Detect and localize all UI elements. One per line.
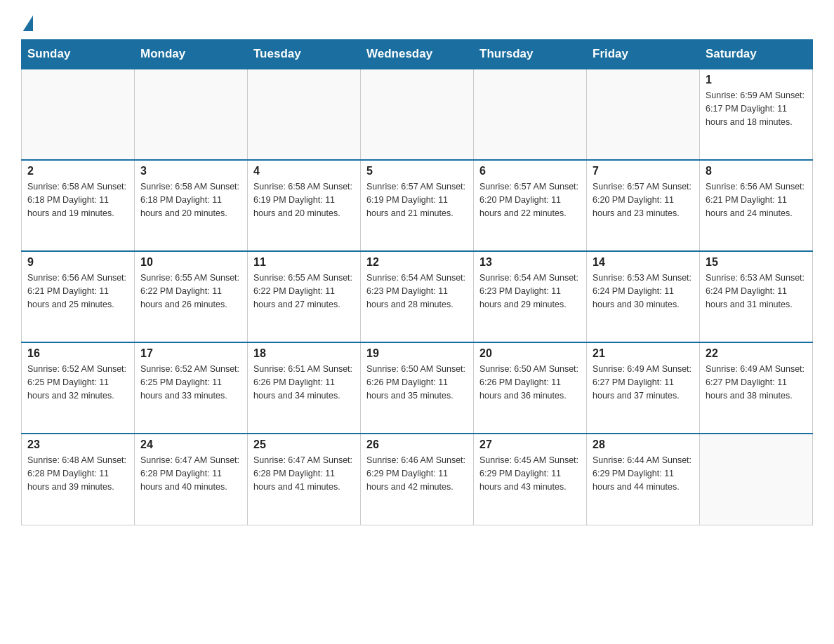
day-number: 20 xyxy=(479,347,581,360)
day-info: Sunrise: 6:47 AM Sunset: 6:28 PM Dayligh… xyxy=(253,454,355,493)
calendar-header-monday: Monday xyxy=(135,40,248,69)
calendar-cell: 2Sunrise: 6:58 AM Sunset: 6:18 PM Daylig… xyxy=(22,160,135,251)
calendar-cell: 6Sunrise: 6:57 AM Sunset: 6:20 PM Daylig… xyxy=(474,160,587,251)
day-number: 22 xyxy=(706,347,807,360)
day-number: 18 xyxy=(253,347,355,360)
calendar-cell: 23Sunrise: 6:48 AM Sunset: 6:28 PM Dayli… xyxy=(22,434,135,525)
calendar-cell: 21Sunrise: 6:49 AM Sunset: 6:27 PM Dayli… xyxy=(587,342,700,434)
day-info: Sunrise: 6:46 AM Sunset: 6:29 PM Dayligh… xyxy=(366,454,468,493)
day-info: Sunrise: 6:54 AM Sunset: 6:23 PM Dayligh… xyxy=(479,271,581,311)
logo xyxy=(21,14,33,28)
day-number: 6 xyxy=(479,165,581,177)
day-number: 15 xyxy=(706,256,807,269)
calendar-cell: 14Sunrise: 6:53 AM Sunset: 6:24 PM Dayli… xyxy=(587,251,700,342)
calendar-cell: 8Sunrise: 6:56 AM Sunset: 6:21 PM Daylig… xyxy=(700,160,813,251)
day-number: 27 xyxy=(479,438,581,451)
day-number: 12 xyxy=(366,256,468,269)
day-info: Sunrise: 6:57 AM Sunset: 6:20 PM Dayligh… xyxy=(479,180,581,220)
day-info: Sunrise: 6:57 AM Sunset: 6:19 PM Dayligh… xyxy=(366,180,468,220)
calendar-cell: 27Sunrise: 6:45 AM Sunset: 6:29 PM Dayli… xyxy=(474,434,587,525)
day-info: Sunrise: 6:54 AM Sunset: 6:23 PM Dayligh… xyxy=(366,271,468,311)
calendar-cell: 22Sunrise: 6:49 AM Sunset: 6:27 PM Dayli… xyxy=(700,342,813,434)
day-number: 25 xyxy=(253,438,355,451)
calendar-header-tuesday: Tuesday xyxy=(248,40,361,69)
calendar-week-4: 16Sunrise: 6:52 AM Sunset: 6:25 PM Dayli… xyxy=(22,342,813,434)
day-info: Sunrise: 6:52 AM Sunset: 6:25 PM Dayligh… xyxy=(27,363,128,402)
calendar-cell: 16Sunrise: 6:52 AM Sunset: 6:25 PM Dayli… xyxy=(22,342,135,434)
calendar-cell: 12Sunrise: 6:54 AM Sunset: 6:23 PM Dayli… xyxy=(361,251,474,342)
day-info: Sunrise: 6:56 AM Sunset: 6:21 PM Dayligh… xyxy=(27,271,128,311)
day-info: Sunrise: 6:58 AM Sunset: 6:18 PM Dayligh… xyxy=(140,180,241,220)
day-info: Sunrise: 6:53 AM Sunset: 6:24 PM Dayligh… xyxy=(593,271,694,311)
page-header xyxy=(21,14,813,28)
day-info: Sunrise: 6:55 AM Sunset: 6:22 PM Dayligh… xyxy=(253,271,355,311)
day-info: Sunrise: 6:57 AM Sunset: 6:20 PM Dayligh… xyxy=(593,180,694,220)
logo-triangle-icon xyxy=(23,15,33,31)
calendar-cell: 4Sunrise: 6:58 AM Sunset: 6:19 PM Daylig… xyxy=(248,160,361,251)
day-number: 4 xyxy=(253,165,355,177)
day-info: Sunrise: 6:51 AM Sunset: 6:26 PM Dayligh… xyxy=(253,363,355,402)
day-info: Sunrise: 6:48 AM Sunset: 6:28 PM Dayligh… xyxy=(27,454,128,493)
day-number: 7 xyxy=(593,165,694,177)
calendar-cell: 7Sunrise: 6:57 AM Sunset: 6:20 PM Daylig… xyxy=(587,160,700,251)
day-number: 21 xyxy=(593,347,694,360)
calendar-cell: 25Sunrise: 6:47 AM Sunset: 6:28 PM Dayli… xyxy=(248,434,361,525)
day-info: Sunrise: 6:50 AM Sunset: 6:26 PM Dayligh… xyxy=(366,363,468,402)
calendar-cell: 28Sunrise: 6:44 AM Sunset: 6:29 PM Dayli… xyxy=(587,434,700,525)
calendar-cell: 10Sunrise: 6:55 AM Sunset: 6:22 PM Dayli… xyxy=(135,251,248,342)
day-info: Sunrise: 6:58 AM Sunset: 6:19 PM Dayligh… xyxy=(253,180,355,220)
day-number: 13 xyxy=(479,256,581,269)
calendar-header-saturday: Saturday xyxy=(700,40,813,69)
calendar-cell: 15Sunrise: 6:53 AM Sunset: 6:24 PM Dayli… xyxy=(700,251,813,342)
day-info: Sunrise: 6:45 AM Sunset: 6:29 PM Dayligh… xyxy=(479,454,581,493)
day-info: Sunrise: 6:59 AM Sunset: 6:17 PM Dayligh… xyxy=(706,89,807,128)
calendar-header-thursday: Thursday xyxy=(474,40,587,69)
calendar-cell xyxy=(135,69,248,160)
day-number: 23 xyxy=(27,438,128,451)
day-info: Sunrise: 6:55 AM Sunset: 6:22 PM Dayligh… xyxy=(140,271,241,311)
calendar-cell: 5Sunrise: 6:57 AM Sunset: 6:19 PM Daylig… xyxy=(361,160,474,251)
day-info: Sunrise: 6:53 AM Sunset: 6:24 PM Dayligh… xyxy=(706,271,807,311)
calendar-header-friday: Friday xyxy=(587,40,700,69)
calendar-week-5: 23Sunrise: 6:48 AM Sunset: 6:28 PM Dayli… xyxy=(22,434,813,525)
day-number: 19 xyxy=(366,347,468,360)
calendar-table: SundayMondayTuesdayWednesdayThursdayFrid… xyxy=(21,39,813,525)
calendar-header-row: SundayMondayTuesdayWednesdayThursdayFrid… xyxy=(22,40,813,69)
calendar-header-wednesday: Wednesday xyxy=(361,40,474,69)
calendar-cell xyxy=(248,69,361,160)
day-number: 24 xyxy=(140,438,241,451)
day-info: Sunrise: 6:58 AM Sunset: 6:18 PM Dayligh… xyxy=(27,180,128,220)
day-info: Sunrise: 6:47 AM Sunset: 6:28 PM Dayligh… xyxy=(140,454,241,493)
day-number: 17 xyxy=(140,347,241,360)
day-number: 8 xyxy=(706,165,807,177)
day-info: Sunrise: 6:49 AM Sunset: 6:27 PM Dayligh… xyxy=(593,363,694,402)
day-number: 28 xyxy=(593,438,694,451)
calendar-cell xyxy=(700,434,813,525)
calendar-week-3: 9Sunrise: 6:56 AM Sunset: 6:21 PM Daylig… xyxy=(22,251,813,342)
calendar-cell: 19Sunrise: 6:50 AM Sunset: 6:26 PM Dayli… xyxy=(361,342,474,434)
day-info: Sunrise: 6:52 AM Sunset: 6:25 PM Dayligh… xyxy=(140,363,241,402)
calendar-week-2: 2Sunrise: 6:58 AM Sunset: 6:18 PM Daylig… xyxy=(22,160,813,251)
day-info: Sunrise: 6:49 AM Sunset: 6:27 PM Dayligh… xyxy=(706,363,807,402)
calendar-cell: 3Sunrise: 6:58 AM Sunset: 6:18 PM Daylig… xyxy=(135,160,248,251)
day-number: 9 xyxy=(27,256,128,269)
calendar-header-sunday: Sunday xyxy=(22,40,135,69)
calendar-week-1: 1Sunrise: 6:59 AM Sunset: 6:17 PM Daylig… xyxy=(22,69,813,160)
calendar-cell: 18Sunrise: 6:51 AM Sunset: 6:26 PM Dayli… xyxy=(248,342,361,434)
day-info: Sunrise: 6:56 AM Sunset: 6:21 PM Dayligh… xyxy=(706,180,807,220)
calendar-cell: 20Sunrise: 6:50 AM Sunset: 6:26 PM Dayli… xyxy=(474,342,587,434)
day-number: 2 xyxy=(27,165,128,177)
day-number: 1 xyxy=(706,74,807,86)
day-number: 14 xyxy=(593,256,694,269)
calendar-cell: 13Sunrise: 6:54 AM Sunset: 6:23 PM Dayli… xyxy=(474,251,587,342)
day-number: 26 xyxy=(366,438,468,451)
day-info: Sunrise: 6:44 AM Sunset: 6:29 PM Dayligh… xyxy=(593,454,694,493)
calendar-cell: 26Sunrise: 6:46 AM Sunset: 6:29 PM Dayli… xyxy=(361,434,474,525)
calendar-cell: 9Sunrise: 6:56 AM Sunset: 6:21 PM Daylig… xyxy=(22,251,135,342)
calendar-cell xyxy=(587,69,700,160)
day-number: 3 xyxy=(140,165,241,177)
day-number: 5 xyxy=(366,165,468,177)
calendar-cell: 1Sunrise: 6:59 AM Sunset: 6:17 PM Daylig… xyxy=(700,69,813,160)
calendar-cell xyxy=(22,69,135,160)
calendar-cell xyxy=(361,69,474,160)
